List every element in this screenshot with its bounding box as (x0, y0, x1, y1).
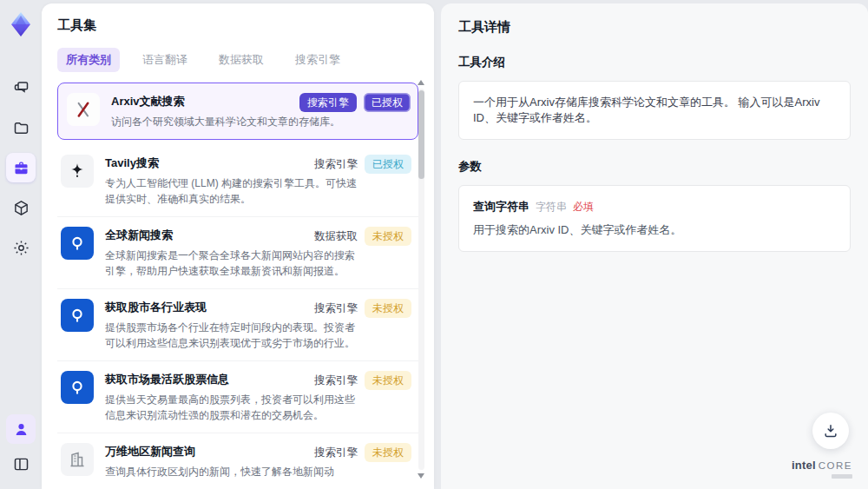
scroll-down-arrow-icon[interactable] (418, 473, 424, 479)
sidebar-item-chat[interactable] (6, 73, 36, 102)
sidebar-item-tools[interactable] (6, 153, 36, 182)
auth-status-badge: 已授权 (365, 155, 411, 174)
tool-card-global-news[interactable]: 全球新闻搜索 全球新闻搜索是一个聚合全球各大新闻网站内容的搜索引擎，帮助用户快速… (57, 217, 418, 289)
tool-list: Arxiv文献搜索 访问各个研究领域大量科学论文和文章的存储库。 搜索引擎 已授… (57, 83, 418, 489)
brand-sub-badge (832, 474, 852, 479)
building-icon (67, 449, 88, 470)
intro-heading: 工具介绍 (458, 55, 851, 70)
tool-description: 访问各个研究领域大量科学论文和文章的存储库。 (111, 114, 340, 129)
tab-language-translation[interactable]: 语言翻译 (134, 48, 196, 72)
core-brand-text: CORE (819, 460, 852, 471)
intel-brand-text: intel (792, 459, 816, 472)
tool-card-most-active-stocks[interactable]: 获取市场最活跃股票信息 提供当天交易量最高的股票列表，投资者可以利用这些信息来识… (57, 361, 418, 433)
tab-data-fetch[interactable]: 数据获取 (210, 48, 273, 72)
sparkle-icon (67, 161, 88, 182)
download-button[interactable] (812, 413, 849, 449)
tool-card-sector-performance[interactable]: 获取股市各行业表现 提供股票市场各个行业在特定时间段内的表现。投资者可以利用这些… (57, 289, 418, 361)
tool-description: 专为人工智能代理 (LLM) 构建的搜索引擎工具。可快速提供实时、准确和真实的结… (105, 175, 362, 207)
tool-description: 全球新闻搜索是一个聚合全球各大新闻网站内容的搜索引擎，帮助用户快速获取全球最新资… (105, 248, 362, 279)
tool-card-regional-news[interactable]: 万维地区新闻查询 查询具体行政区划内的新闻，快速了解各地新闻动 搜索引擎 未授权 (57, 433, 418, 489)
param-type: 字符串 (536, 200, 567, 215)
param-description: 用于搜索的Arxiv ID、关键字或作者姓名。 (473, 222, 836, 238)
category-label: 搜索引擎 (314, 373, 358, 388)
briefcase-icon (12, 159, 30, 177)
user-icon (12, 420, 30, 439)
category-tabs: 所有类别 语言翻译 数据获取 搜索引擎 (57, 48, 418, 72)
sidebar-item-files[interactable] (6, 113, 36, 142)
param-required-flag: 必填 (573, 200, 594, 215)
blue-search-icon (67, 377, 88, 398)
intro-box: 一个用于从Arxiv存储库搜索科学论文和文章的工具。 输入可以是Arxiv ID… (458, 81, 851, 140)
tool-description: 提供股票市场各个行业在特定时间段内的表现。投资者可以利用这些信息来识别表现优于或… (105, 320, 362, 351)
blue-search-icon (67, 233, 88, 254)
scrollbar-thumb[interactable] (418, 90, 424, 179)
list-scrollbar[interactable] (418, 80, 425, 479)
tool-name: 万维地区新闻查询 (105, 444, 334, 459)
category-label: 搜索引擎 (314, 301, 358, 316)
param-box: 查询字符串 字符串 必填 用于搜索的Arxiv ID、关键字或作者姓名。 (458, 185, 851, 252)
tab-search-engine[interactable]: 搜索引擎 (286, 48, 349, 72)
chat-icon (12, 79, 30, 97)
tool-description: 查询具体行政区划内的新闻，快速了解各地新闻动 (105, 464, 334, 479)
auth-status-badge: 未授权 (365, 227, 411, 246)
detail-title: 工具详情 (458, 19, 851, 36)
sidebar-item-plugins[interactable] (6, 193, 36, 222)
download-icon (822, 422, 839, 439)
sidebar-item-panel-toggle[interactable] (6, 449, 36, 479)
sidebar-item-settings[interactable] (6, 233, 36, 262)
sidebar (0, 0, 42, 489)
arxiv-logo-icon (73, 99, 94, 120)
params-heading: 参数 (458, 159, 851, 175)
page-title: 工具集 (57, 17, 418, 34)
auth-status-badge: 未授权 (365, 443, 411, 462)
category-label: 搜索引擎 (314, 446, 358, 460)
tool-detail-panel: 工具详情 工具介绍 一个用于从Arxiv存储库搜索科学论文和文章的工具。 输入可… (441, 3, 868, 489)
intel-core-logo: intelCORE (792, 458, 852, 479)
cube-icon (12, 199, 30, 217)
gear-icon (12, 239, 30, 257)
sidebar-item-user[interactable] (6, 414, 36, 444)
tool-description: 提供当天交易量最高的股票列表，投资者可以利用这些信息来识别流动性强的股票和潜在的… (105, 392, 362, 423)
scroll-up-arrow-icon[interactable] (418, 80, 424, 85)
app-logo (7, 10, 35, 38)
folder-icon (12, 119, 30, 137)
category-label: 搜索引擎 (314, 157, 358, 172)
tool-card-tavily[interactable]: Tavily搜索 专为人工智能代理 (LLM) 构建的搜索引擎工具。可快速提供实… (57, 145, 418, 217)
blue-search-icon (67, 305, 88, 326)
auth-status-badge: 已授权 (364, 93, 411, 112)
tool-list-panel: 工具集 所有类别 语言翻译 数据获取 搜索引擎 Arxiv文献搜索 访问各个研究… (42, 3, 434, 489)
param-name: 查询字符串 (473, 199, 529, 215)
tab-all-categories[interactable]: 所有类别 (57, 48, 120, 72)
category-label: 数据获取 (314, 229, 358, 244)
tool-card-arxiv[interactable]: Arxiv文献搜索 访问各个研究领域大量科学论文和文章的存储库。 搜索引擎 已授… (57, 83, 418, 140)
category-badge: 搜索引擎 (299, 93, 357, 112)
app-root: 工具集 所有类别 语言翻译 数据获取 搜索引擎 Arxiv文献搜索 访问各个研究… (0, 0, 868, 489)
panel-toggle-icon (12, 455, 30, 473)
auth-status-badge: 未授权 (365, 299, 411, 318)
auth-status-badge: 未授权 (365, 371, 411, 390)
